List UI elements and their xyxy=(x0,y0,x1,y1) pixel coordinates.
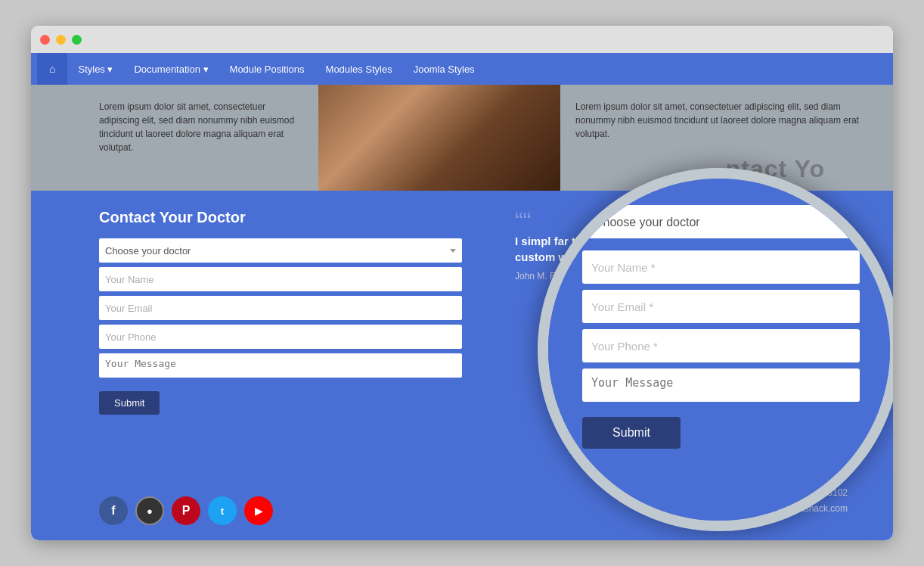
hands-photo xyxy=(318,85,560,191)
browser-window: ⌂ Styles ▾ Documentation ▾ Module Positi… xyxy=(31,26,893,540)
twitter-icon[interactable]: t xyxy=(208,496,237,525)
youtube-icon[interactable]: ▶ xyxy=(244,496,273,525)
mag-message-group xyxy=(582,369,860,405)
nav-bar: ⌂ Styles ▾ Documentation ▾ Module Positi… xyxy=(31,53,893,85)
nav-module-positions[interactable]: Module Positions xyxy=(219,53,315,85)
content-area: Lorem ipsum dolor sit amet, consectetuer… xyxy=(31,85,893,540)
pinterest-icon[interactable]: P xyxy=(172,496,200,525)
bottom-section: Contact Your Doctor Choose your doctor xyxy=(31,191,893,540)
facebook-icon[interactable]: f xyxy=(99,496,128,525)
mag-message-textarea[interactable] xyxy=(582,369,860,402)
close-button[interactable] xyxy=(40,35,50,45)
phone-field-group xyxy=(99,325,477,349)
social-icons-area: f ● P t ▶ xyxy=(99,496,273,525)
mag-name-group xyxy=(582,250,860,284)
nav-joomla-styles[interactable]: Joomla Styles xyxy=(403,53,485,85)
magnifier-content: Choose your doctor xyxy=(548,179,890,521)
nav-styles[interactable]: Styles ▾ xyxy=(67,53,123,85)
mag-phone-group xyxy=(582,329,860,362)
title-bar xyxy=(31,26,893,53)
mag-doctor-select[interactable]: Choose your doctor xyxy=(582,205,860,238)
contact-form-area: Contact Your Doctor Choose your doctor xyxy=(31,191,500,540)
mag-submit-button[interactable]: Submit xyxy=(582,417,681,449)
magnifier-overlay: Choose your doctor xyxy=(538,168,893,531)
mag-email-group xyxy=(582,290,860,323)
submit-button[interactable]: Submit xyxy=(99,391,160,415)
top-right-paragraph: Lorem ipsum dolor sit amet, consectetuer… xyxy=(575,100,863,141)
minimize-button[interactable] xyxy=(56,35,66,45)
name-input[interactable] xyxy=(99,267,462,291)
instagram-icon[interactable]: ● xyxy=(135,496,164,525)
top-text-left: Lorem ipsum dolor sit amet, consectetuer… xyxy=(31,85,318,191)
nav-documentation[interactable]: Documentation ▾ xyxy=(123,53,219,85)
doctor-select-group: Choose your doctor xyxy=(99,238,477,263)
mag-phone-input[interactable] xyxy=(582,329,860,362)
message-field-group xyxy=(99,353,477,381)
name-field-group xyxy=(99,267,477,291)
hero-image xyxy=(318,85,560,191)
phone-input[interactable] xyxy=(99,325,462,349)
top-left-paragraph: Lorem ipsum dolor sit amet, consectetuer… xyxy=(99,100,303,154)
form-title: Contact Your Doctor xyxy=(99,209,477,226)
doctor-select[interactable]: Choose your doctor xyxy=(99,238,462,263)
maximize-button[interactable] xyxy=(72,35,82,45)
mag-name-input[interactable] xyxy=(582,250,860,284)
nav-modules-styles[interactable]: Modules Styles xyxy=(315,53,403,85)
email-input[interactable] xyxy=(99,296,462,320)
nav-home-button[interactable]: ⌂ xyxy=(37,53,67,85)
mag-doctor-group: Choose your doctor xyxy=(582,205,860,244)
message-textarea[interactable] xyxy=(99,353,462,378)
mag-email-input[interactable] xyxy=(582,290,860,323)
email-field-group xyxy=(99,296,477,320)
